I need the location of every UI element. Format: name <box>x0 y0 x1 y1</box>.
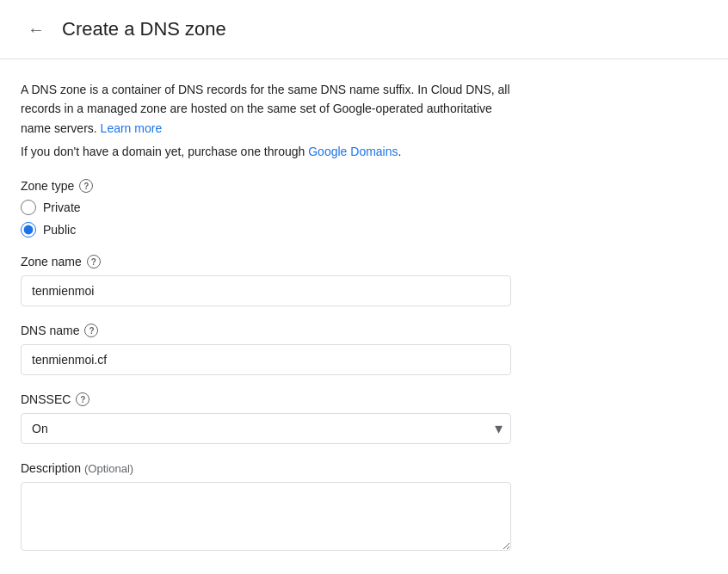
zone-name-input[interactable] <box>21 275 511 306</box>
description-textarea[interactable] <box>21 482 511 551</box>
description-optional-label: (Optional) <box>84 462 133 475</box>
radio-option-private[interactable]: Private <box>21 200 513 215</box>
description-text1: A DNS zone is a container of DNS records… <box>21 83 510 135</box>
page-title: Create a DNS zone <box>62 18 226 40</box>
zone-type-label: Zone type ? <box>21 179 513 193</box>
radio-private[interactable] <box>21 200 36 215</box>
radio-public-label: Public <box>43 223 76 237</box>
description-paragraph: A DNS zone is a container of DNS records… <box>21 80 513 138</box>
zone-type-help-icon[interactable]: ? <box>79 179 93 193</box>
dns-name-section: DNS name ? <box>21 324 513 375</box>
description-section: Description (Optional) <box>21 461 513 553</box>
dnssec-select[interactable]: Off On Transfer <box>21 413 511 444</box>
dnssec-help-icon[interactable]: ? <box>76 392 89 406</box>
dns-name-help-icon[interactable]: ? <box>84 324 98 337</box>
footer-text: After creating your zone, you can add re… <box>21 571 511 574</box>
header: ← Create a DNS zone <box>0 0 728 59</box>
back-button[interactable]: ← <box>21 14 52 45</box>
radio-private-label: Private <box>43 201 81 214</box>
dnssec-select-wrapper: Off On Transfer ▾ <box>21 413 511 444</box>
radio-public[interactable] <box>21 222 36 238</box>
dnssec-section: DNSSEC ? Off On Transfer ▾ <box>21 392 513 444</box>
google-domains-link[interactable]: Google Domains <box>308 145 398 158</box>
learn-more-link[interactable]: Learn more <box>101 121 163 135</box>
zone-name-help-icon[interactable]: ? <box>87 255 101 268</box>
page-container: ← Create a DNS zone A DNS zone is a cont… <box>0 0 728 574</box>
back-arrow-icon: ← <box>28 20 45 40</box>
zone-type-radio-group: Private Public <box>21 200 513 238</box>
content-area: A DNS zone is a container of DNS records… <box>0 59 534 574</box>
dns-name-label: DNS name ? <box>21 324 513 337</box>
dns-name-input[interactable] <box>21 344 511 375</box>
zone-name-section: Zone name ? <box>21 255 513 306</box>
dnssec-label: DNSSEC ? <box>21 392 513 406</box>
domain-text: If you don't have a domain yet, purchase… <box>21 145 305 158</box>
radio-option-public[interactable]: Public <box>21 222 513 238</box>
zone-type-section: Zone type ? Private Public <box>21 179 513 238</box>
domain-paragraph: If you don't have a domain yet, purchase… <box>21 145 513 158</box>
zone-name-label: Zone name ? <box>21 255 513 268</box>
description-label: Description (Optional) <box>21 461 513 475</box>
